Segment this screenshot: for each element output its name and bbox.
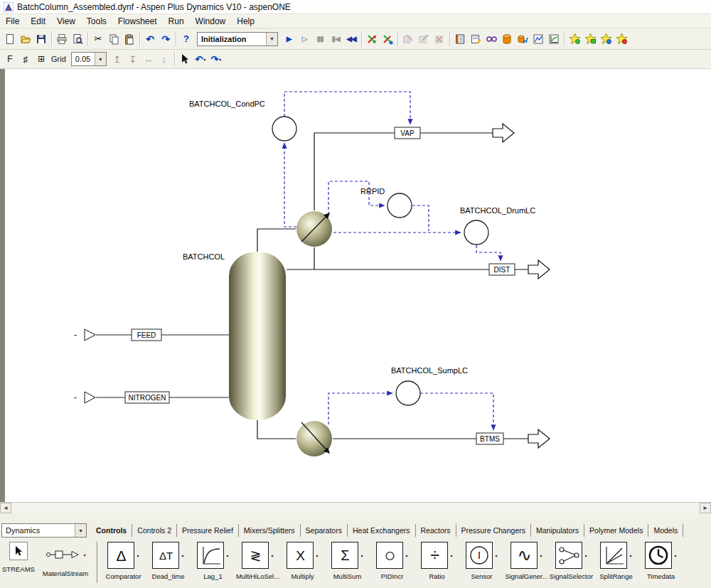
tab-manipulators[interactable]: Manipulators [531,524,584,537]
vap-stream-label[interactable]: VAP [400,129,415,137]
chevron-down-icon[interactable]: ▾ [405,553,407,558]
chevron-down-icon[interactable]: ▾ [226,553,228,558]
model-splitrange[interactable]: ▾ SplitRange [594,542,638,580]
controller-sumplc[interactable] [396,381,420,405]
results-button[interactable] [499,31,515,47]
signal-drumlc-output[interactable] [476,245,501,261]
simulation-messages-button[interactable] [452,31,468,47]
take-snapshot-button[interactable] [364,31,380,47]
chevron-down-icon[interactable]: ▾ [219,57,221,62]
scrollbar-track[interactable] [11,503,700,513]
nitrogen-arrowhead-icon[interactable] [85,392,95,403]
automation-button[interactable] [582,31,598,47]
scroll-right-icon[interactable]: ► [700,503,711,513]
menu-help[interactable]: Help [231,14,260,28]
pause-button[interactable]: ▮▮ [312,31,328,47]
flowsheet-canvas[interactable]: - - BATCHCOL BATCHCOL_CondPC RRPID BATCH… [5,69,711,502]
find-variables-button[interactable] [483,31,499,47]
snap-to-grid-button[interactable]: ⊞ [33,51,49,67]
btms-product-arrow-icon[interactable] [528,429,550,448]
model-signalgenerator[interactable]: ∿▾ SignalGener... [504,542,549,580]
cut-button[interactable]: ✂ [90,31,106,47]
tab-separators[interactable]: Separators [301,524,348,537]
run-button[interactable]: ▶ [281,31,296,47]
chevron-down-icon[interactable]: ▾ [450,553,452,558]
vap-product-arrow-icon[interactable] [493,124,514,142]
menu-edit[interactable]: Edit [25,14,51,28]
lag-curve-icon[interactable] [197,542,224,569]
history-plot-button[interactable] [546,31,562,47]
model-timedata[interactable]: ▾ Timedata [638,542,683,580]
print-preview-button[interactable] [70,31,85,47]
horizontal-scrollbar[interactable]: ◄ ► [0,502,711,513]
chevron-down-icon[interactable]: ▾ [181,553,183,558]
tab-controls[interactable]: Controls [91,524,132,537]
script-button[interactable] [567,31,582,47]
controller-condpc[interactable] [272,117,296,141]
selector-network-icon[interactable] [555,542,582,569]
revert-snapshot-button[interactable] [380,31,395,47]
multiply-icon[interactable]: X [287,542,314,569]
restart-button[interactable]: ▮◀ [328,31,343,47]
signal-rrpid-output[interactable] [412,205,429,231]
delete-snapshot-button[interactable] [432,31,447,47]
dist-product-arrow-icon[interactable] [528,260,550,279]
open-button[interactable] [18,31,33,47]
copy-snapshot-button[interactable] [400,31,416,47]
chevron-down-icon[interactable]: ▾ [495,553,497,558]
align-top-button[interactable]: ↥ [109,51,125,67]
menu-run[interactable]: Run [163,14,190,28]
signal-condpc-measure[interactable] [284,143,296,227]
distribute-horizontal-button[interactable]: ↔ [141,51,156,67]
chevron-down-icon[interactable]: ▾ [584,553,587,558]
menu-view[interactable]: View [51,14,81,28]
select-pointer-button[interactable] [9,542,28,560]
controller-rrpid[interactable] [387,193,412,218]
drumlc-label[interactable]: BATCHCOL_DrumLC [460,206,535,215]
controller-circle-icon[interactable]: ○ [376,542,403,569]
column-block[interactable] [229,252,286,420]
menu-file[interactable]: File [0,14,25,28]
signal-sumplc-measure[interactable] [328,393,392,424]
rewind-button[interactable]: ◀◀ [343,31,359,47]
chevron-down-icon[interactable]: ▾ [629,553,631,558]
chevron-down-icon[interactable]: ▾ [674,553,676,558]
page-grid-button[interactable]: F [2,51,18,67]
model-sensor[interactable]: I ▾ Sensor [459,542,504,580]
tab-heat-exchangers[interactable]: Heat Exchangers [348,524,416,537]
nitrogen-stream-label[interactable]: NITROGEN [129,394,166,402]
menu-flowsheet[interactable]: Flowsheet [112,14,163,28]
model-multisum[interactable]: Σ▾ MultiSum [325,542,370,580]
feed-arrowhead-icon[interactable] [85,329,95,341]
chevron-down-icon[interactable]: ▾ [316,553,318,558]
signal-sumplc-output[interactable] [420,393,493,430]
tab-pressure-relief[interactable]: Pressure Relief [177,524,239,537]
signal-condpc-output[interactable] [284,92,410,124]
rrpid-label[interactable]: RRPID [360,187,385,196]
tab-controls-2[interactable]: Controls 2 [132,524,177,537]
run-mode-select[interactable]: Initialization ▼ [197,32,278,46]
dist-stream-label[interactable]: DIST [494,266,510,274]
sine-wave-icon[interactable]: ∿ [510,542,538,569]
print-button[interactable] [54,31,70,47]
tab-mixers-splitters[interactable]: Mixers/Splitters [239,524,301,537]
btms-stream-label[interactable]: BTMS [480,435,500,443]
tab-polymer-models[interactable]: Polymer Models [584,524,648,537]
paste-snapshot-button[interactable] [416,31,432,47]
distribute-vertical-button[interactable]: ↕ [156,51,172,67]
grid-size-select[interactable]: 0.05 ▼ [71,52,107,66]
tab-pressure-changers[interactable]: Pressure Changers [456,524,531,537]
events-button[interactable] [614,31,629,47]
notes-button[interactable] [468,31,483,47]
copy-button[interactable] [106,31,122,47]
model-ratio[interactable]: ÷▾ Ratio [415,542,459,580]
clock-icon[interactable] [645,542,672,569]
condpc-label[interactable]: BATCHCOL_CondPC [189,100,265,108]
chevron-down-icon[interactable]: ▼ [75,524,86,537]
redo-button-2[interactable]: ↷ ▾ [208,51,224,67]
undo-button-2[interactable]: ↶ ▾ [193,51,208,67]
stream-results-button[interactable] [515,31,530,47]
model-dead-time[interactable]: ΔT▾ Dead_time [146,542,191,580]
new-plot-button[interactable] [530,31,546,47]
tab-models[interactable]: Models [648,524,683,537]
